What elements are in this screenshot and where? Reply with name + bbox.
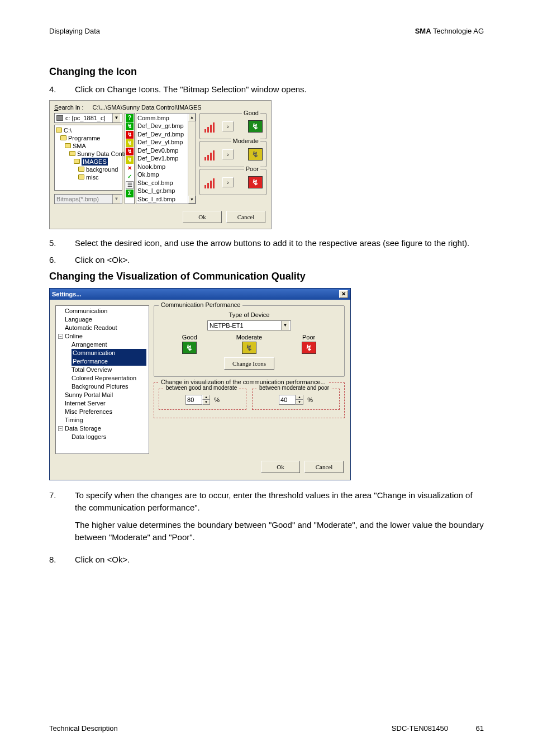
settings-title: Settings... <box>52 291 82 297</box>
category-good: Good › ↯ <box>199 113 266 139</box>
threshold-good-moderate-input[interactable] <box>185 395 202 405</box>
header-right: SMA Technologie AG <box>415 27 484 35</box>
file-icon: ↯ <box>126 156 134 164</box>
bar-icon <box>203 175 219 190</box>
tree-item[interactable]: Total Overview <box>58 366 146 374</box>
scroll-up-icon[interactable]: ▲ <box>188 114 196 121</box>
folder-open-icon <box>56 127 62 133</box>
bitmap-selection-window: Search in : C:\...\SMA\Sunny Data Contro… <box>49 100 272 230</box>
cancel-button[interactable]: Cancel <box>304 461 344 473</box>
file-list-item[interactable]: Sbc_l_gr.bmp <box>137 187 194 195</box>
tree-item[interactable]: Data loggers <box>58 433 146 441</box>
file-list-item[interactable]: Sbc_l_rd.bmp <box>137 195 194 204</box>
file-list-item[interactable]: Def_Dev_gr.bmp <box>137 122 194 130</box>
category-moderate: Moderate › ↯ <box>199 141 266 167</box>
file-icon: ? <box>126 114 134 122</box>
folder-open-icon <box>74 159 80 164</box>
settings-titlebar: Settings... ✕ <box>50 289 350 300</box>
directory-tree[interactable]: C:\ Programme SMA Sunny Data Control IMA… <box>54 125 122 191</box>
file-list-item[interactable]: Comm.bmp <box>137 114 194 122</box>
tree-item-selected[interactable]: IMAGES <box>82 158 108 166</box>
chevron-down-icon[interactable]: ▼ <box>112 114 120 122</box>
file-list-item[interactable]: Def_Dev1.bmp <box>137 154 194 163</box>
assign-arrow-button[interactable]: › <box>222 121 234 131</box>
step-6-text: Click on <Ok>. <box>75 254 484 266</box>
step-6-number: 6. <box>49 254 75 266</box>
tree-item[interactable]: Data Storage <box>65 425 101 432</box>
tree-item[interactable]: SMA <box>73 142 86 150</box>
tree-item[interactable]: Colored Representation <box>58 374 146 382</box>
assign-arrow-button[interactable]: › <box>222 177 234 187</box>
ok-button[interactable]: Ok <box>183 211 222 223</box>
threshold-caption: between moderate and poor <box>257 385 331 391</box>
file-list-item[interactable]: Def_Dev_yl.bmp <box>137 138 194 147</box>
spin-up-icon[interactable]: ▲ <box>202 395 210 400</box>
search-in-label: Search in : <box>54 104 84 111</box>
poor-label: Poor <box>289 334 329 341</box>
icon-preview-list[interactable]: ? ↯ ↯ ↯ ↯ ↯ ✕ ✓ ☰ Σ <box>125 113 135 205</box>
scroll-down-icon[interactable]: ▼ <box>188 196 196 204</box>
folder-icon <box>78 167 84 172</box>
cancel-button[interactable]: Cancel <box>226 211 265 223</box>
file-icon: ↯ <box>126 131 134 139</box>
settings-window: Settings... ✕ Communication Language Aut… <box>49 288 351 480</box>
percent-label: % <box>214 396 220 403</box>
step-4-number: 4. <box>49 83 75 96</box>
filter-select[interactable]: Bitmaps(*.bmp) ▼ <box>54 194 122 204</box>
tree-item[interactable]: Timing <box>58 416 146 424</box>
filter-value: Bitmaps(*.bmp) <box>56 196 99 202</box>
category-label: Moderate <box>231 138 260 144</box>
category-label: Poor <box>244 166 260 172</box>
step-7-text: To specify when the changes are to occur… <box>75 489 484 549</box>
spin-down-icon[interactable]: ▼ <box>202 400 210 405</box>
tree-item[interactable]: misc <box>86 173 99 181</box>
close-icon[interactable]: ✕ <box>339 290 348 298</box>
drive-value: c: [pc_1881_c] <box>65 115 106 121</box>
tree-item[interactable]: Communication <box>58 307 146 315</box>
file-list-item[interactable]: Ok.bmp <box>137 171 194 179</box>
tree-item[interactable]: Arrangement <box>58 341 146 349</box>
tree-item[interactable]: C:\ <box>64 126 72 134</box>
drive-select[interactable]: c: [pc_1881_c] ▼ <box>54 113 122 123</box>
group-comm-performance: Communication Performance Type of Device… <box>154 305 345 377</box>
moderate-label: Moderate <box>230 334 269 341</box>
tree-item[interactable]: background <box>86 166 118 173</box>
tree-item[interactable]: Misc Preferences <box>58 408 146 416</box>
tree-item[interactable]: Language <box>58 315 146 324</box>
file-list[interactable]: Comm.bmp Def_Dev_gr.bmp Def_Dev_rd.bmp D… <box>136 113 196 205</box>
tree-item[interactable]: Sunny Data Control <box>77 150 131 158</box>
type-of-device-select[interactable]: NETPB-ET1 ▼ <box>207 320 291 330</box>
collapse-icon[interactable]: − <box>58 426 63 431</box>
category-poor: Poor › ↯ <box>199 169 266 195</box>
file-list-item[interactable]: Sbc_col.bmp <box>137 179 194 187</box>
bar-icon <box>203 147 219 162</box>
spin-down-icon[interactable]: ▼ <box>296 400 303 405</box>
settings-tree[interactable]: Communication Language Automatic Readout… <box>55 305 149 454</box>
file-list-item[interactable]: Def_Dev0.bmp <box>137 147 194 155</box>
tree-item[interactable]: Sunny Portal Mail <box>58 391 146 399</box>
change-icons-button[interactable]: Change Icons <box>224 357 274 370</box>
threshold-moderate-poor: between moderate and poor ▲▼ % <box>252 389 340 410</box>
spin-up-icon[interactable]: ▲ <box>296 395 303 400</box>
heading-changing-icon: Changing the Icon <box>49 66 484 78</box>
step-5-text: Select the desired icon, and use the arr… <box>75 237 484 249</box>
file-icon: ↯ <box>126 139 134 147</box>
file-list-item[interactable]: Def_Dev_rd.bmp <box>137 130 194 139</box>
scrollbar[interactable]: ▲ ▼ <box>188 114 196 204</box>
tree-item[interactable]: Programme <box>68 134 100 142</box>
ok-button[interactable]: Ok <box>261 461 300 473</box>
file-list-item[interactable]: Nook.bmp <box>137 163 194 171</box>
threshold-good-moderate: between good and moderate ▲▼ % <box>159 389 246 410</box>
chevron-down-icon[interactable]: ▼ <box>281 321 289 330</box>
tree-item[interactable]: Background Pictures <box>58 382 146 391</box>
collapse-icon[interactable]: − <box>58 334 63 339</box>
file-icon: ↯ <box>126 148 134 155</box>
tree-item[interactable]: Online <box>65 333 83 339</box>
search-path: C:\...\SMA\Sunny Data Control\IMAGES <box>93 104 202 111</box>
tree-item[interactable]: Internet Server <box>58 399 146 408</box>
tree-item-selected[interactable]: Communication Performance <box>72 349 146 366</box>
assign-arrow-button[interactable]: › <box>222 149 234 159</box>
threshold-moderate-poor-input[interactable] <box>279 395 296 405</box>
folder-open-icon <box>60 135 66 140</box>
tree-item[interactable]: Automatic Readout <box>58 324 146 332</box>
